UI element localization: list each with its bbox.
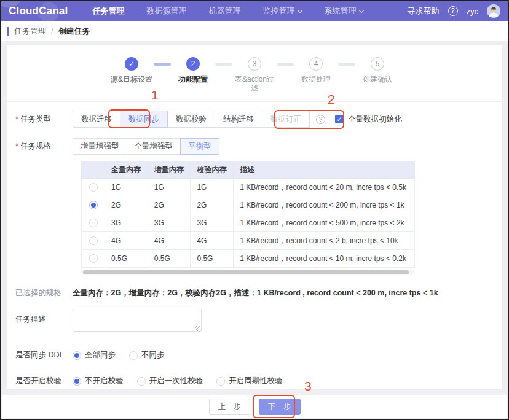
full-data-init-label: 全量数据初始化	[348, 114, 402, 125]
cell-check-memory: 1G	[191, 179, 234, 196]
task-type-label: *任务类型	[15, 114, 73, 125]
row-radio[interactable]	[89, 183, 98, 192]
cell-description: 1 KB/record，record count < 2 b, incre tp…	[234, 232, 415, 250]
cloudcanal-logo[interactable]: CloudCanal	[9, 5, 68, 17]
cell-check-memory: 2G	[191, 196, 234, 214]
col-full-memory: 全量内存	[105, 161, 148, 179]
horizontal-scrollbar-thumb[interactable]	[83, 270, 409, 274]
spec-row-1g[interactable]: 1G 1G 1G 1 KB/record，record count < 20 m…	[82, 179, 415, 196]
breadcrumb-separator: /	[51, 26, 53, 36]
nav-item-datasource-management[interactable]: 数据源管理	[146, 6, 186, 17]
step-function-config[interactable]: 2 功能配置	[171, 57, 215, 93]
row-radio[interactable]	[89, 219, 98, 227]
breadcrumb-accent-bar	[7, 27, 9, 36]
spec-incre-enhanced-button[interactable]: 增量增强型	[73, 138, 127, 155]
page-body: ✓ 源&目标设置 2 功能配置 3 表&action过滤 4 数据处理	[1, 41, 508, 389]
required-asterisk: *	[15, 115, 18, 123]
task-type-data-sync-button[interactable]: 数据同步	[120, 111, 168, 128]
breadcrumb-task-management[interactable]: 任务管理	[14, 26, 46, 37]
help-question-icon[interactable]: ?	[448, 6, 458, 16]
cell-check-memory: 3G	[191, 214, 234, 232]
nav-item-task-management[interactable]: 任务管理	[92, 6, 124, 17]
task-desc-input[interactable]	[73, 309, 202, 332]
cell-description: 1 KB/record，record count < 20 m, incre t…	[234, 179, 415, 196]
col-incre-memory: 增量内存	[148, 161, 191, 179]
nav-item-label: 机器管理	[208, 6, 240, 17]
task-spec-label: *任务规格	[15, 141, 73, 152]
seek-help-link[interactable]: 寻求帮助	[408, 6, 440, 17]
task-type-help-icon[interactable]: ?	[316, 115, 325, 124]
cell-incre-memory: 3G	[148, 214, 191, 232]
task-desc-row: 任务描述	[15, 309, 494, 334]
selected-spec-value: 全量内存：2G，增量内存：2G，校验内存2G，描述：1 KB/record , …	[73, 288, 438, 298]
username-label[interactable]: zyc	[467, 7, 479, 16]
row-radio[interactable]	[89, 236, 98, 245]
step-label: 功能配置	[171, 75, 215, 84]
step-connector	[215, 63, 232, 66]
col-description: 描述	[234, 161, 415, 179]
row-radio-checked[interactable]	[89, 201, 98, 209]
checked-checkbox-icon[interactable]: ✓	[335, 115, 344, 123]
spec-table-container: 全量内存 增量内存 校验内存 描述 1G 1G 1G	[81, 161, 415, 275]
task-type-button-group: 数据迁移 数据同步 数据校验 结构迁移 数据订正	[73, 111, 310, 128]
nav-item-label: 系统管理	[324, 6, 356, 17]
cell-description: 1 KB/record，record count < 200 m, incre …	[234, 196, 415, 214]
radio-one-time-verify[interactable]: 开启一次性校验	[137, 376, 203, 386]
radio-sync-all[interactable]: 全部同步	[73, 350, 116, 360]
sync-ddl-row: 是否同步 DDL 全部同步 不同步	[15, 350, 494, 360]
nav-item-machine-management[interactable]: 机器管理	[208, 6, 240, 17]
step-source-target[interactable]: ✓ 源&目标设置	[109, 57, 154, 93]
nav-item-monitor-management[interactable]: 监控管理	[262, 6, 302, 17]
nav-item-label: 数据源管理	[146, 6, 186, 17]
radio-icon[interactable]	[216, 377, 225, 386]
step-label: 数据处理	[294, 75, 338, 84]
task-type-data-verify-button[interactable]: 数据校验	[167, 111, 215, 128]
spec-row-4g[interactable]: 4G 4G 4G 1 KB/record，record count < 2 b,…	[82, 232, 415, 250]
user-avatar[interactable]	[487, 4, 500, 18]
row-radio[interactable]	[89, 254, 98, 263]
next-step-button[interactable]: 下一步	[259, 399, 301, 415]
spec-full-enhanced-button[interactable]: 全量增强型	[127, 138, 181, 155]
spec-balanced-button[interactable]: 平衡型	[180, 138, 219, 155]
verify-radio-group: 不开启校验 开启一次性校验 开启周期性校验	[73, 376, 296, 386]
spec-table-header-row: 全量内存 增量内存 校验内存 描述	[82, 161, 415, 179]
breadcrumb: 任务管理 / 创建任务	[1, 21, 508, 41]
spec-row-2g-selected[interactable]: 2G 2G 2G 1 KB/record，record count < 200 …	[82, 196, 415, 214]
full-data-init-checkbox-wrap[interactable]: ✓ 全量数据初始化	[335, 114, 402, 125]
nav-item-label: 监控管理	[262, 6, 294, 17]
app-window: CloudCanal 任务管理 数据源管理 机器管理 监控管理 系统管理 寻求帮…	[0, 0, 509, 420]
cell-full-memory: 3G	[105, 214, 148, 232]
navbar-right: 寻求帮助 ? zyc	[408, 4, 501, 18]
task-desc-label: 任务描述	[15, 314, 73, 325]
radio-no-sync[interactable]: 不同步	[129, 350, 165, 360]
cell-full-memory: 0.5G	[105, 250, 148, 268]
prev-step-button[interactable]: 上一步	[209, 399, 251, 415]
radio-checked-icon[interactable]	[73, 377, 81, 386]
radio-checked-icon[interactable]	[73, 351, 81, 360]
step-create-confirm[interactable]: 5 创建确认	[355, 57, 400, 93]
task-type-struct-migration-button[interactable]: 结构迁移	[215, 111, 262, 128]
annotation-number-2: 2	[328, 92, 335, 107]
step-table-action-filter[interactable]: 3 表&action过滤	[232, 57, 277, 93]
spec-table: 全量内存 增量内存 校验内存 描述 1G 1G 1G	[81, 161, 415, 268]
step-data-processing[interactable]: 4 数据处理	[294, 57, 338, 93]
task-spec-row: *任务规格 增量增强型 全量增强型 平衡型	[15, 138, 494, 155]
cell-incre-memory: 4G	[148, 232, 191, 250]
radio-icon[interactable]	[129, 351, 138, 360]
top-navbar: CloudCanal 任务管理 数据源管理 机器管理 监控管理 系统管理 寻求帮…	[1, 1, 508, 21]
spec-row-3g[interactable]: 3G 3G 3G 1 KB/record，record count < 500 …	[82, 214, 415, 232]
chevron-down-icon	[298, 7, 302, 12]
task-type-data-migration-button[interactable]: 数据迁移	[73, 111, 120, 128]
cell-incre-memory: 0.5G	[148, 250, 191, 268]
nav-item-label: 任务管理	[92, 6, 124, 17]
step-number: 5	[371, 57, 384, 71]
task-type-data-correction-button: 数据订正	[262, 111, 310, 128]
step-number: 4	[309, 57, 323, 71]
cell-description: 1 KB/record，record count < 500 m, incre …	[234, 214, 415, 232]
radio-periodic-verify[interactable]: 开启周期性校验	[216, 376, 283, 386]
spec-row-05g[interactable]: 0.5G 0.5G 0.5G 1 KB/record，record count …	[82, 250, 415, 268]
radio-label: 开启一次性校验	[149, 376, 203, 386]
radio-icon[interactable]	[137, 377, 146, 386]
nav-item-system-management[interactable]: 系统管理	[324, 6, 363, 17]
radio-no-verify[interactable]: 不开启校验	[73, 376, 124, 386]
